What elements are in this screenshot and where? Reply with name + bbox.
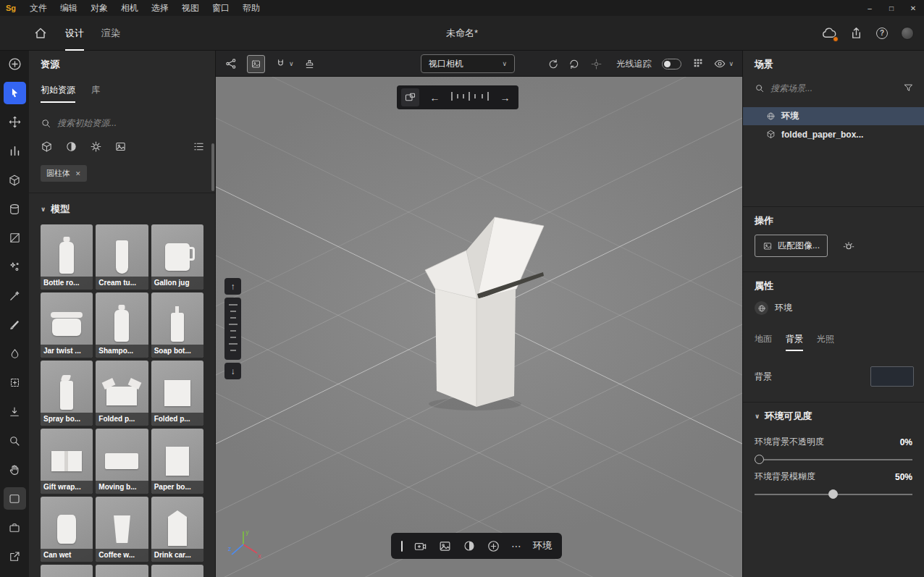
avatar[interactable] bbox=[901, 27, 914, 40]
match-image-button[interactable]: 匹配图像... bbox=[755, 235, 828, 257]
filter-images-icon[interactable] bbox=[114, 140, 127, 153]
environment-light-icon[interactable] bbox=[842, 240, 855, 253]
pivot-icon[interactable] bbox=[590, 58, 602, 70]
wand-tool[interactable] bbox=[4, 285, 26, 307]
scene-item-environment[interactable]: 环境 bbox=[743, 107, 924, 125]
assets-search-input[interactable] bbox=[57, 118, 203, 128]
asset-card[interactable] bbox=[41, 565, 93, 577]
visibility-header[interactable]: ∨ 环境可见度 bbox=[755, 410, 812, 423]
drag-handle[interactable] bbox=[401, 541, 403, 552]
slider-track[interactable] bbox=[755, 459, 912, 460]
minimize-button[interactable]: – bbox=[859, 0, 881, 16]
filter-lights-icon[interactable] bbox=[90, 140, 102, 153]
denoise-icon[interactable] bbox=[692, 57, 704, 71]
material-tool[interactable] bbox=[4, 198, 26, 220]
smudge-tool[interactable] bbox=[4, 342, 26, 365]
blur-slider[interactable] bbox=[755, 489, 912, 500]
opacity-slider[interactable] bbox=[755, 455, 912, 465]
chip-close-icon[interactable]: ✕ bbox=[75, 170, 81, 177]
filter-icon[interactable] bbox=[903, 83, 914, 93]
add-asset-button[interactable] bbox=[4, 53, 26, 75]
zoom-in-button[interactable]: ↑ bbox=[224, 278, 241, 295]
camera-select-dropdown[interactable]: 视口相机 ∨ bbox=[421, 54, 515, 73]
maximize-button[interactable]: □ bbox=[881, 0, 902, 16]
zoom-track[interactable] bbox=[224, 298, 241, 360]
asset-card[interactable]: Jar twist ... bbox=[41, 292, 93, 358]
draw-plane-tool[interactable] bbox=[4, 227, 26, 249]
scene-item-folded-paper-box[interactable]: folded_paper_box... bbox=[743, 125, 924, 143]
next-camera-button[interactable]: → bbox=[496, 88, 514, 106]
asset-card[interactable]: Cream tu... bbox=[96, 224, 148, 290]
asset-card[interactable] bbox=[151, 565, 203, 577]
add-object-icon[interactable] bbox=[487, 539, 500, 553]
slider-knob[interactable] bbox=[755, 455, 764, 464]
asset-card[interactable]: Bottle ro... bbox=[41, 224, 93, 290]
filter-chip-cylinder[interactable]: 圆柱体 ✕ bbox=[41, 165, 87, 182]
asset-card[interactable]: Folded p... bbox=[151, 361, 203, 426]
asset-card[interactable]: Moving b... bbox=[96, 429, 148, 494]
asset-card[interactable]: Coffee w... bbox=[96, 497, 148, 562]
move-tool[interactable] bbox=[4, 111, 26, 133]
asset-card[interactable]: Gift wrap... bbox=[41, 429, 93, 494]
more-icon[interactable]: ⋯ bbox=[511, 540, 522, 552]
gravity-drop-tool[interactable] bbox=[4, 400, 26, 423]
view-options-menu[interactable]: ∨ bbox=[713, 57, 734, 70]
scene-search[interactable] bbox=[755, 83, 914, 93]
zoom-out-button[interactable]: ↓ bbox=[224, 363, 241, 379]
primitive-cube-tool[interactable] bbox=[4, 169, 26, 191]
menu-object[interactable]: 对象 bbox=[84, 0, 114, 16]
models-section-header[interactable]: ∨ 模型 bbox=[41, 203, 70, 216]
tab-lighting[interactable]: 光照 bbox=[817, 333, 834, 351]
asset-card[interactable]: Spray bo... bbox=[41, 361, 93, 426]
asset-card[interactable]: Gallon jug bbox=[151, 224, 203, 290]
tab-background[interactable]: 背景 bbox=[786, 333, 803, 351]
share-nodes-icon[interactable] bbox=[224, 57, 238, 70]
menu-file[interactable]: 文件 bbox=[23, 0, 54, 16]
asset-card[interactable]: Folded p... bbox=[96, 361, 148, 426]
menu-window[interactable]: 窗口 bbox=[206, 0, 236, 16]
asset-card[interactable]: Shampo... bbox=[96, 292, 148, 358]
export-tool[interactable] bbox=[4, 545, 26, 568]
material-sphere-icon[interactable] bbox=[463, 539, 476, 552]
scrollbar[interactable] bbox=[211, 143, 214, 191]
menu-help[interactable]: 帮助 bbox=[236, 0, 266, 16]
menu-camera[interactable]: 相机 bbox=[114, 0, 145, 16]
library-tool[interactable] bbox=[4, 516, 26, 539]
assets-search[interactable] bbox=[41, 114, 203, 132]
rotate-object-icon[interactable] bbox=[547, 58, 559, 70]
zoom-tool[interactable] bbox=[4, 429, 26, 452]
tab-starter-assets[interactable]: 初始资源 bbox=[41, 84, 75, 103]
asset-card[interactable]: Can wet bbox=[41, 497, 93, 562]
close-button[interactable]: ✕ bbox=[902, 0, 924, 16]
list-view-icon[interactable] bbox=[193, 140, 205, 153]
raytracing-toggle[interactable] bbox=[662, 59, 681, 70]
add-image-icon[interactable] bbox=[438, 539, 452, 553]
tab-design[interactable]: 设计 bbox=[65, 16, 84, 51]
frame-camera-button[interactable] bbox=[401, 88, 419, 106]
tab-library[interactable]: 库 bbox=[91, 84, 100, 103]
slider-knob[interactable] bbox=[828, 489, 838, 499]
asset-card[interactable]: Soap bot... bbox=[151, 292, 203, 358]
align-tool[interactable] bbox=[4, 140, 26, 162]
effects-tool[interactable] bbox=[4, 256, 26, 278]
help-icon[interactable]: ? bbox=[876, 28, 888, 39]
tab-ground[interactable]: 地面 bbox=[755, 333, 772, 351]
background-color-swatch[interactable] bbox=[870, 366, 914, 387]
transform-tool[interactable] bbox=[4, 371, 26, 394]
scene-search-input[interactable] bbox=[770, 83, 897, 93]
menu-view[interactable]: 视图 bbox=[175, 0, 206, 16]
share-icon[interactable] bbox=[849, 26, 863, 40]
filter-materials-icon[interactable] bbox=[65, 140, 77, 153]
environment-label[interactable]: 环境 bbox=[533, 539, 552, 552]
asset-card[interactable]: Paper bo... bbox=[151, 429, 203, 494]
match-image-toggle[interactable] bbox=[247, 55, 265, 73]
camera-ruler[interactable] bbox=[450, 90, 490, 104]
select-tool[interactable] bbox=[4, 82, 26, 104]
brush-tool[interactable] bbox=[4, 313, 26, 336]
tab-render[interactable]: 渲染 bbox=[101, 16, 120, 51]
pan-hand-tool[interactable] bbox=[4, 458, 26, 481]
3d-viewport[interactable]: ← → ↑ ↓ ⋯ 环境 y x z bbox=[216, 77, 742, 577]
decal-stamp-icon[interactable] bbox=[303, 58, 316, 70]
cloud-sync-icon[interactable] bbox=[821, 26, 836, 41]
menu-select[interactable]: 选择 bbox=[145, 0, 175, 16]
